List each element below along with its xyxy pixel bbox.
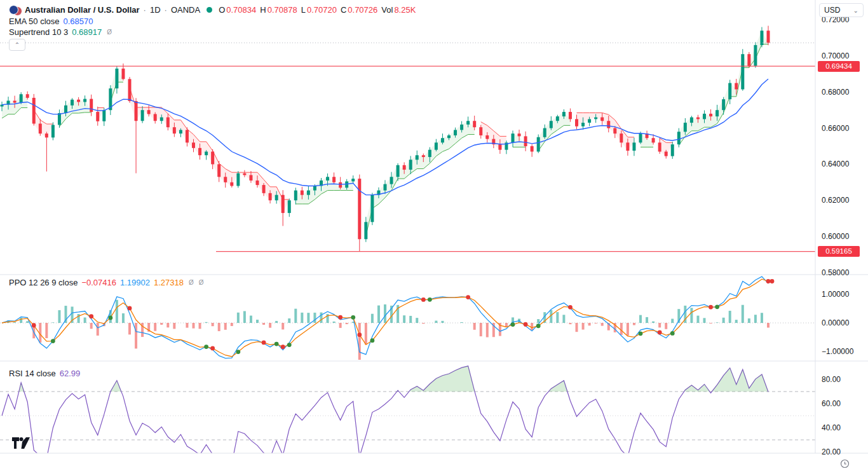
- axis-tick-label: 80.00: [822, 375, 841, 384]
- collapse-legend-button[interactable]: ⌃: [9, 39, 25, 51]
- price-alert-badge[interactable]: 0.69434: [818, 61, 860, 72]
- market-status-dot: [207, 7, 212, 13]
- ema-value: 0.68570: [64, 17, 93, 26]
- legend-separator: ·: [165, 5, 167, 15]
- axis-tick-label: 0.58000: [822, 268, 849, 277]
- axis-tick-label: 0.68000: [822, 88, 849, 97]
- ppo-values: −0.074161.199021.27318: [81, 278, 184, 287]
- ema-legend[interactable]: EMA 50 close 0.68570: [9, 17, 93, 26]
- legend-separator: ·: [144, 5, 146, 15]
- ohlc-key: L: [301, 5, 306, 15]
- ohlc-key: Vol: [381, 5, 393, 15]
- ohlc-value: 0.70834: [226, 5, 256, 15]
- ohlc-value: 8.25K: [394, 5, 416, 15]
- axis-tick-label: 0.60000: [822, 232, 849, 241]
- axis-tick-label: 0.70000: [822, 51, 849, 60]
- axis-tick-label: 1.00000: [822, 290, 849, 299]
- price-alert-badge[interactable]: 0.59165: [818, 246, 860, 257]
- rsi-value: 62.99: [60, 369, 81, 378]
- ppo-value: 1.19902: [120, 278, 150, 287]
- supertrend-value: 0.68917: [72, 27, 102, 37]
- ohlc-key: O: [219, 5, 225, 15]
- axis-tick-label: −1.00000: [822, 347, 853, 356]
- axis-tick-label: 0.64000: [822, 160, 849, 168]
- time-axis-settings-icon[interactable]: [840, 459, 850, 468]
- exchange-label[interactable]: OANDA: [171, 5, 200, 15]
- supertrend-legend[interactable]: Supertrend 10 3 0.68917 Ø: [9, 27, 112, 37]
- rsi-legend[interactable]: RSI 14 close 62.99: [9, 369, 80, 378]
- time-axis[interactable]: AugSepOctNovDec2025FebMarAprMayJunJulAug…: [0, 453, 868, 471]
- ppo-value: −0.07416: [81, 278, 116, 287]
- chevron-down-icon: ⌄: [853, 7, 858, 14]
- ohlc-value: 0.70726: [348, 5, 377, 15]
- muted-alert-icon: Ø: [189, 279, 194, 286]
- axis-tick-label: 0.66000: [822, 124, 849, 133]
- ppo-legend[interactable]: PPO 12 26 9 close −0.074161.199021.27318…: [9, 278, 204, 287]
- axis-tick-label: 40.00: [822, 423, 841, 432]
- tradingview-logo[interactable]: [11, 436, 31, 450]
- ohlc-values: O0.70834H0.70878L0.70720C0.70726Vol8.25K: [219, 5, 419, 15]
- ohlc-key: H: [260, 5, 266, 15]
- axis-tick-label: 60.00: [822, 399, 841, 408]
- symbol-legend[interactable]: Australian Dollar / U.S. Dollar · 1D · O…: [9, 4, 419, 16]
- symbol-pair-icon: [9, 4, 21, 16]
- axis-tick-label: 20.00: [822, 447, 841, 456]
- currency-unit-button[interactable]: USD ⌄: [819, 3, 864, 17]
- tradingview-chart-window: Australian Dollar / U.S. Dollar · 1D · O…: [0, 0, 868, 471]
- symbol-title[interactable]: Australian Dollar / U.S. Dollar: [25, 5, 140, 15]
- ppo-value: 1.27318: [154, 278, 184, 287]
- ppo-label: PPO 12 26 9 close: [9, 278, 78, 287]
- chart-canvas[interactable]: [0, 0, 868, 471]
- supertrend-label: Supertrend 10 3: [9, 27, 68, 37]
- muted-alert-icon: Ø: [107, 29, 112, 36]
- chevron-up-icon: ⌃: [15, 42, 20, 48]
- rsi-label: RSI 14 close: [9, 369, 56, 378]
- axis-tick-label: 0.62000: [822, 196, 849, 205]
- currency-label: USD: [824, 6, 840, 15]
- ema-label: EMA 50 close: [9, 17, 60, 26]
- ohlc-value: 0.70720: [307, 5, 337, 15]
- muted-alert-icon: Ø: [199, 279, 204, 286]
- axis-tick-label: 0.00000: [822, 318, 849, 327]
- timeframe-label[interactable]: 1D: [150, 5, 161, 15]
- ohlc-key: C: [341, 5, 346, 15]
- ohlc-value: 0.70878: [268, 5, 297, 15]
